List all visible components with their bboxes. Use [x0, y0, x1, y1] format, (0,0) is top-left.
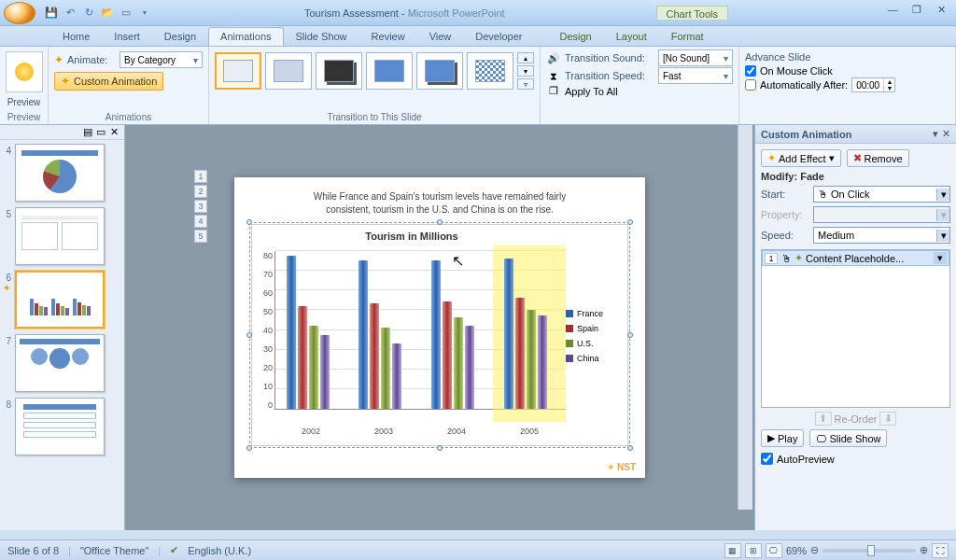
- redo-icon[interactable]: ↻: [80, 5, 97, 21]
- minimize-button[interactable]: —: [883, 4, 902, 16]
- custom-animation-button[interactable]: ✦Custom Animation: [54, 72, 163, 91]
- status-language[interactable]: English (U.K.): [188, 545, 251, 556]
- play-button[interactable]: ▶ Play: [761, 429, 804, 447]
- thumb-number: 8: [2, 398, 11, 455]
- add-effect-button[interactable]: ✦Add Effect ▾: [761, 149, 841, 167]
- slideshow-view-button[interactable]: 🖵: [766, 543, 782, 558]
- thumb-slide-5[interactable]: [15, 207, 105, 265]
- zoom-out-button[interactable]: ⊖: [810, 544, 819, 556]
- modify-label: Modify: Fade: [761, 171, 950, 182]
- zoom-in-button[interactable]: ⊕: [920, 544, 928, 556]
- save-icon[interactable]: 💾: [43, 5, 60, 21]
- slideshow-button[interactable]: 🖵 Slide Show: [809, 429, 887, 447]
- slides-tab-icon[interactable]: ▭: [94, 126, 107, 138]
- start-dropdown[interactable]: 🖱 On Click▾: [813, 186, 950, 203]
- close-thumbs-icon[interactable]: ✕: [107, 126, 120, 138]
- star-icon: ✦: [61, 75, 70, 88]
- reorder-up-icon[interactable]: ⬆: [815, 412, 832, 426]
- outline-tab-icon[interactable]: ▤: [81, 126, 94, 138]
- chart-legend: FranceSpainU.S.China: [566, 231, 620, 441]
- tab-view[interactable]: View: [417, 27, 464, 46]
- normal-view-button[interactable]: ▦: [724, 543, 741, 558]
- thumb-slide-6[interactable]: [15, 271, 105, 329]
- chart-placeholder[interactable]: Tourism in Millions 80706050403020100 20…: [251, 224, 628, 446]
- tab-developer[interactable]: Developer: [463, 27, 534, 46]
- open-icon[interactable]: 📂: [99, 5, 116, 21]
- pane-close-icon[interactable]: ✕: [942, 128, 950, 140]
- remove-effect-button[interactable]: ✖Remove: [847, 149, 909, 167]
- tab-chart-design[interactable]: Design: [547, 27, 603, 46]
- transition-speed-dropdown[interactable]: Fast▾: [658, 67, 733, 84]
- qat-more-icon[interactable]: ▾: [136, 5, 153, 21]
- transition-gallery-more[interactable]: ▴▾▿: [517, 52, 534, 90]
- zoom-percent[interactable]: 69%: [786, 545, 807, 556]
- group-animations: ✦ Animate: By Category▾ ✦Custom Animatio…: [49, 47, 209, 124]
- animate-dropdown[interactable]: By Category▾: [120, 51, 203, 68]
- speed-dropdown[interactable]: Medium▾: [813, 227, 950, 244]
- restore-button[interactable]: ❐: [907, 4, 926, 16]
- vertical-scrollbar[interactable]: [738, 125, 752, 510]
- effect-list[interactable]: 1 🖱 ✦ Content Placeholde... ▾: [761, 249, 950, 408]
- sorter-view-button[interactable]: ⊞: [745, 543, 762, 558]
- tab-animations[interactable]: Animations: [208, 27, 283, 46]
- zoom-slider[interactable]: [822, 549, 916, 553]
- office-button[interactable]: [4, 2, 35, 24]
- speed-label: Speed:: [761, 230, 809, 241]
- preview-label: Preview: [6, 97, 42, 107]
- group-transition: ▴▾▿ Transition to This Slide: [209, 47, 541, 124]
- effect-item[interactable]: 1 🖱 ✦ Content Placeholde... ▾: [762, 250, 949, 266]
- thumb-slide-7[interactable]: [15, 334, 105, 392]
- anim-indicator-icon: ✦: [3, 283, 10, 293]
- on-mouse-click-checkbox[interactable]: [745, 65, 756, 77]
- workspace: ▤▭✕ 4 5 6✦ 7 8 12345 While France and Sp…: [0, 125, 956, 530]
- pane-dropdown-icon[interactable]: ▾: [933, 128, 938, 140]
- slide-canvas-area[interactable]: 12345 While France and Spain's tourism l…: [125, 125, 754, 530]
- effect-dropdown-icon[interactable]: ▾: [934, 252, 947, 264]
- tab-insert[interactable]: Insert: [102, 27, 152, 46]
- group-label-transition: Transition to This Slide: [215, 111, 534, 122]
- chart-plot-area: [274, 251, 566, 410]
- tab-chart-layout[interactable]: Layout: [604, 27, 659, 46]
- property-dropdown: ▾: [813, 206, 950, 223]
- transition-fade-black[interactable]: [316, 52, 362, 90]
- effect-order: 1: [765, 253, 778, 264]
- tab-slideshow[interactable]: Slide Show: [284, 27, 359, 46]
- window-title: Tourism Assessment - Microsoft PowerPoin…: [153, 7, 656, 19]
- chart-title: Tourism in Millions: [258, 231, 566, 242]
- autopreview-checkbox[interactable]: [761, 453, 773, 465]
- apply-to-all-button[interactable]: Apply To All: [565, 86, 618, 97]
- autopreview-label: AutoPreview: [777, 454, 835, 465]
- auto-after-checkbox[interactable]: [745, 79, 756, 91]
- animation-tags: 12345: [194, 170, 207, 243]
- sound-icon: 🔊: [546, 52, 561, 64]
- preview-button[interactable]: [6, 51, 43, 92]
- transition-cut-black[interactable]: [416, 52, 463, 90]
- tab-home[interactable]: Home: [50, 27, 102, 46]
- tab-review[interactable]: Review: [359, 27, 417, 46]
- undo-icon[interactable]: ↶: [62, 5, 78, 21]
- on-mouse-click-label: On Mouse Click: [760, 65, 833, 77]
- fit-window-button[interactable]: ⛶: [932, 543, 949, 558]
- new-icon[interactable]: ▭: [118, 5, 134, 21]
- close-button[interactable]: ✕: [932, 4, 950, 16]
- spellcheck-icon[interactable]: ✔: [170, 544, 178, 556]
- property-label: Property:: [761, 209, 809, 220]
- thumb-slide-4[interactable]: [15, 144, 105, 202]
- group-transition-options: 🔊Transition Sound: [No Sound]▾ ⧗Transiti…: [541, 47, 739, 124]
- status-theme: "Office Theme": [80, 545, 148, 556]
- speed-icon: ⧗: [546, 70, 561, 82]
- transition-sound-dropdown[interactable]: [No Sound]▾: [658, 49, 733, 66]
- animate-icon: ✦: [54, 53, 63, 66]
- thumb-slide-8[interactable]: [15, 398, 105, 455]
- tab-chart-format[interactable]: Format: [659, 27, 716, 46]
- transition-none[interactable]: [215, 52, 261, 90]
- status-slide-number: Slide 6 of 8: [7, 545, 59, 556]
- transition-fade[interactable]: [265, 52, 312, 90]
- tab-design[interactable]: Design: [152, 27, 208, 46]
- transition-cut[interactable]: [366, 52, 413, 90]
- auto-after-time[interactable]: 00:00▴▾: [851, 77, 895, 92]
- transition-dissolve[interactable]: [467, 52, 513, 90]
- group-label-preview: Preview: [6, 111, 42, 122]
- reorder-down-icon[interactable]: ⬇: [879, 412, 896, 426]
- group-preview: Preview Preview: [0, 47, 49, 124]
